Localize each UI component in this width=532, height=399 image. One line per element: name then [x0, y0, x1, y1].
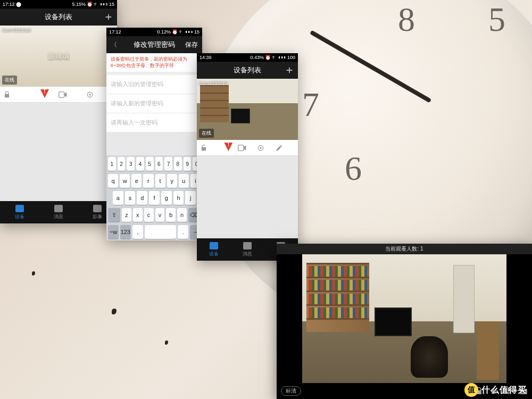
nav-title: 修改管理密码 — [134, 40, 175, 49]
camera-preview[interactable]: Cam4333019 在线 — [197, 79, 298, 140]
key-f[interactable]: f — [149, 191, 160, 205]
device-toolbar — [0, 87, 117, 103]
back-button[interactable]: 〈 — [106, 36, 121, 53]
watermark-badge: 值 — [464, 383, 478, 397]
bag — [411, 336, 448, 378]
lock-icon — [3, 91, 11, 98]
new-password-input[interactable]: 请输入新的管理密码 — [106, 94, 202, 113]
lock-button[interactable] — [200, 144, 219, 152]
key-1[interactable]: 1 — [108, 157, 116, 171]
status-pct: 5.15% — [72, 2, 86, 7]
device-icon — [15, 205, 24, 212]
key-s[interactable]: s — [125, 191, 136, 205]
key-r[interactable]: r — [143, 174, 153, 188]
key-h[interactable]: h — [173, 191, 184, 205]
plus-icon — [104, 13, 113, 21]
alert-button[interactable] — [219, 143, 238, 153]
tv — [231, 109, 250, 123]
record-button[interactable] — [59, 92, 86, 98]
alert-button[interactable] — [31, 89, 59, 99]
record-button[interactable] — [238, 145, 257, 151]
nav-bar: 设备列表 — [0, 9, 117, 26]
kbd-row-num: 1 2 3 4 5 6 7 8 9 0 — [106, 155, 202, 172]
status-bar: 14:39 0.43% ⏰ ᯤ ▮▮▮ 100 — [197, 53, 298, 62]
key-sym[interactable]: ~w — [108, 225, 119, 239]
confirm-password-input[interactable]: 请再输入一次密码 — [106, 113, 202, 132]
key-9[interactable]: 9 — [184, 157, 192, 171]
key-8[interactable]: 8 — [174, 157, 182, 171]
save-button[interactable]: 保存 — [181, 36, 202, 53]
quality-button[interactable]: 标清 — [281, 386, 301, 396]
phone-change-password: 17:12 0.12% ⏰ ᯤ ▮▮▯ 15 〈 修改管理密码 保存 设备密码过… — [106, 28, 202, 240]
online-badge: 在线 — [2, 76, 17, 85]
key-a[interactable]: a — [113, 191, 123, 205]
camcorder-icon — [238, 145, 246, 151]
device-icon — [210, 242, 218, 250]
empty-area — [0, 103, 117, 201]
key-z[interactable]: z — [122, 208, 131, 222]
lock-button[interactable] — [3, 91, 31, 98]
key-e[interactable]: e — [131, 174, 142, 188]
box — [477, 321, 499, 380]
phone-device-list-1: 17:12 ⬤ 5.15% ⏰ ᯤ ▮▮▯ 15 设备列表 Cam4333019… — [0, 0, 117, 223]
nav-title: 设备列表 — [234, 65, 261, 75]
key-y[interactable]: y — [167, 174, 177, 188]
tab-messages[interactable]: 消息 — [39, 201, 78, 223]
edit-button[interactable] — [276, 144, 295, 152]
plus-icon — [285, 66, 294, 74]
key-6[interactable]: 6 — [155, 157, 163, 171]
key-shift[interactable]: ⇧ — [108, 208, 120, 222]
live-feed-area[interactable] — [277, 254, 532, 383]
key-n[interactable]: n — [177, 208, 187, 222]
key-d[interactable]: d — [137, 191, 147, 205]
tab-devices[interactable]: 设备 — [0, 201, 39, 223]
add-device-button[interactable] — [100, 9, 117, 26]
key-2[interactable]: 2 — [118, 157, 126, 171]
password-warning: 设备密码过于简单，新的密码必须为6~30位包含字母、数字的字符 — [106, 53, 202, 72]
nav-bar: 〈 修改管理密码 保存 — [106, 36, 202, 53]
speck — [165, 340, 168, 345]
camera-preview[interactable]: Cam4333019 眼睛哦 在线 — [0, 26, 117, 87]
key-4[interactable]: 4 — [136, 157, 144, 171]
key-q[interactable]: q — [108, 174, 118, 188]
key-5[interactable]: 5 — [146, 157, 154, 171]
key-t[interactable]: t — [155, 174, 165, 188]
tab-messages[interactable]: 消息 — [230, 238, 264, 261]
speck — [112, 309, 117, 314]
nav-title: 设备列表 — [45, 12, 72, 22]
add-device-button[interactable] — [281, 62, 298, 79]
key-period[interactable]: . — [178, 225, 188, 239]
key-v[interactable]: v — [155, 208, 165, 222]
key-3[interactable]: 3 — [127, 157, 135, 171]
key-x[interactable]: x — [133, 208, 143, 222]
viewer-count: 当前观看人数: 1 — [277, 244, 532, 254]
key-b[interactable]: b — [166, 208, 176, 222]
key-w[interactable]: w — [120, 174, 130, 188]
online-badge: 在线 — [199, 129, 214, 138]
old-password-input[interactable]: 请输入旧的管理密码 — [106, 75, 202, 94]
tab-devices[interactable]: 设备 — [197, 238, 230, 261]
key-space[interactable] — [145, 225, 177, 239]
phone-device-list-2: 14:39 0.43% ⏰ ᯤ ▮▮▮ 100 设备列表 Cam4333019 … — [197, 53, 298, 261]
message-icon — [54, 205, 63, 212]
clock-number: 7 — [302, 85, 319, 124]
key-123[interactable]: 123 — [120, 225, 131, 239]
watermark: 值 什么值得买 — [464, 383, 527, 397]
key-j[interactable]: j — [185, 191, 196, 205]
settings-button[interactable] — [257, 144, 276, 152]
camcorder-icon — [59, 92, 67, 98]
svg-point-5 — [260, 147, 262, 149]
svg-rect-0 — [59, 92, 64, 97]
key-comma[interactable]: , — [132, 225, 143, 239]
svg-rect-3 — [238, 145, 244, 151]
tv — [375, 307, 412, 336]
key-g[interactable]: g — [161, 191, 172, 205]
nav-bar: 设备列表 — [197, 62, 298, 79]
key-7[interactable]: 7 — [164, 157, 172, 171]
status-pct: 0.12% — [157, 29, 171, 35]
watermark-text: 什么值得买 — [481, 385, 527, 396]
key-c[interactable]: c — [144, 208, 154, 222]
key-u[interactable]: u — [179, 174, 189, 188]
status-time: 14:39 — [200, 55, 212, 60]
alert-icon — [40, 89, 49, 98]
